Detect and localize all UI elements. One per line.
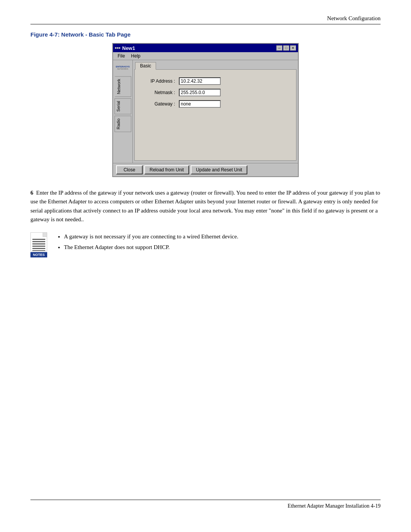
- tab-basic[interactable]: Basic: [135, 62, 156, 70]
- notes-line-6: [32, 250, 45, 251]
- maximize-button[interactable]: □: [283, 45, 289, 51]
- netmask-input[interactable]: [179, 89, 221, 96]
- menu-help[interactable]: Help: [128, 53, 143, 59]
- window-buttonbar: Close Reload from Unit Update and Reset …: [113, 163, 298, 176]
- notes-badge: NOTES: [30, 252, 47, 257]
- ip-address-label: IP Address :: [141, 78, 175, 84]
- content-panel: IP Address : Netmask : Gateway :: [134, 69, 296, 161]
- window-title-text: New1: [122, 45, 135, 51]
- notes-line-3: [32, 243, 45, 244]
- notes-paper-icon: [30, 232, 47, 251]
- notes-line-5: [32, 248, 45, 249]
- netmask-label: Netmask :: [141, 90, 175, 95]
- window-app-icon: [115, 47, 120, 49]
- form-row-ip: IP Address :: [141, 77, 290, 85]
- logo-networks: NETWORKS: [117, 68, 128, 70]
- footer-text: Ethernet Adapter Manager Installation 4-…: [288, 503, 381, 509]
- gateway-input[interactable]: [179, 100, 221, 108]
- notes-item-2: The Ethernet Adapter does not support DH…: [64, 243, 381, 252]
- tab-bar: Basic: [133, 60, 298, 69]
- window-menubar: File Help: [113, 52, 298, 60]
- notes-item-1: A gateway is not necessary if you are co…: [64, 232, 381, 241]
- header-rule: [30, 24, 381, 24]
- logo-enterasys: ENTERASYS: [116, 66, 130, 68]
- notes-container: NOTES A gateway is not necessary if you …: [30, 232, 381, 257]
- figure-title: Figure 4-7: Network - Basic Tab Page: [30, 31, 381, 38]
- step-number: 6: [30, 190, 33, 196]
- form-row-netmask: Netmask :: [141, 89, 290, 96]
- page-header-title: Network Configuration: [327, 15, 381, 22]
- app-window: New1 ─ □ ✕ File Help ENTERASYS NETWORKS: [112, 43, 299, 177]
- window-sidebar: ENTERASYS NETWORKS Network Serial Radio: [113, 60, 133, 163]
- notes-icon-area: NOTES: [30, 232, 52, 257]
- window-main-content: Basic IP Address : Netmask :: [133, 60, 298, 163]
- sidebar-logo: ENTERASYS NETWORKS: [115, 62, 131, 74]
- body-paragraph: 6 Enter the IP address of the gateway if…: [30, 189, 381, 224]
- notes-list: A gateway is not necessary if you are co…: [56, 232, 381, 252]
- notes-line-1: [32, 239, 45, 240]
- window-titlebar: New1 ─ □ ✕: [113, 44, 298, 52]
- update-reset-button[interactable]: Update and Reset Unit: [191, 165, 247, 174]
- notes-content: A gateway is not necessary if you are co…: [56, 232, 381, 254]
- window-controls: ─ □ ✕: [276, 45, 296, 51]
- sidebar-tab-serial[interactable]: Serial: [115, 98, 131, 114]
- menu-file[interactable]: File: [115, 53, 128, 59]
- gateway-label: Gateway :: [141, 101, 175, 107]
- footer-rule: [30, 500, 381, 500]
- body-text-content: Enter the IP address of the gateway if y…: [30, 190, 380, 222]
- notes-line-4: [32, 246, 45, 247]
- sidebar-tab-radio[interactable]: Radio: [115, 116, 131, 132]
- window-body: ENTERASYS NETWORKS Network Serial Radio …: [113, 60, 298, 163]
- minimize-button[interactable]: ─: [276, 45, 282, 51]
- close-button[interactable]: Close: [116, 165, 143, 174]
- notes-lines: [31, 236, 47, 251]
- close-window-button[interactable]: ✕: [290, 45, 296, 51]
- ip-address-input[interactable]: [179, 77, 221, 85]
- sidebar-tab-network[interactable]: Network: [115, 76, 131, 97]
- notes-line-2: [32, 241, 45, 242]
- form-row-gateway: Gateway :: [141, 100, 290, 108]
- reload-button[interactable]: Reload from Unit: [144, 165, 189, 174]
